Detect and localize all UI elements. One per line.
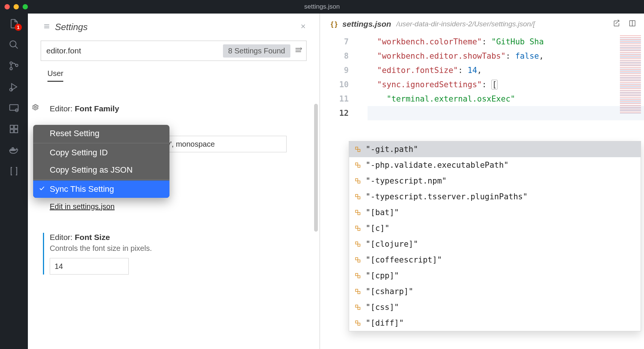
- svg-rect-40: [358, 323, 360, 325]
- activity-search[interactable]: [8, 39, 20, 50]
- setting-gear-button[interactable]: [32, 103, 39, 112]
- svg-rect-20: [358, 165, 360, 167]
- window-close-button[interactable]: [5, 4, 10, 9]
- suggestion-item[interactable]: "-git.path": [349, 141, 641, 157]
- activity-docker[interactable]: [8, 144, 20, 156]
- context-menu-item-label: Sync This Setting: [50, 184, 114, 194]
- svg-rect-10: [14, 125, 18, 129]
- suggestion-item[interactable]: "[bat]": [349, 205, 641, 220]
- enum-icon: [354, 193, 362, 200]
- suggestion-item[interactable]: "-php.validate.executablePath": [349, 157, 641, 173]
- editor-open-to-side-button[interactable]: [612, 19, 621, 29]
- enum-icon: [354, 272, 362, 279]
- setting-title-name: Font Family: [75, 104, 119, 113]
- settings-toc-icon[interactable]: [43, 23, 50, 32]
- edit-in-settings-json-link[interactable]: Edit in settings.json: [50, 202, 114, 211]
- context-menu-sync-this-setting[interactable]: Sync This Setting: [33, 181, 169, 198]
- enum-icon: [354, 162, 362, 168]
- svg-rect-17: [356, 147, 358, 149]
- context-menu-copy-setting-id[interactable]: Copy Setting ID: [33, 144, 169, 161]
- enum-icon: [354, 146, 362, 153]
- enum-icon: [354, 288, 362, 295]
- svg-rect-37: [356, 305, 358, 307]
- context-menu-copy-setting-json[interactable]: Copy Setting as JSON: [33, 161, 169, 180]
- activity-explorer[interactable]: 1: [8, 18, 20, 29]
- svg-point-2: [10, 67, 12, 70]
- enum-icon: [354, 178, 362, 184]
- enum-icon: [354, 320, 362, 326]
- settings-clear-search-button[interactable]: [294, 46, 302, 56]
- svg-rect-21: [356, 179, 358, 181]
- editor-split-button[interactable]: [628, 19, 636, 29]
- extensions-icon: [8, 123, 20, 135]
- suggestion-label: "[css]": [366, 303, 399, 312]
- setting-font-size-input[interactable]: [50, 258, 129, 275]
- settings-title: Settings: [55, 22, 88, 32]
- search-icon: [8, 39, 20, 50]
- editor-minimap[interactable]: [620, 35, 641, 114]
- setting-title-name: Font Size: [75, 233, 110, 241]
- suggestion-item[interactable]: "[diff]": [349, 315, 641, 331]
- enum-icon: [354, 256, 362, 263]
- go-to-file-icon: [612, 19, 621, 27]
- docker-icon: [8, 144, 20, 156]
- suggestion-item[interactable]: "[coffeescript]": [349, 252, 641, 268]
- json-file-icon: { }: [331, 20, 337, 28]
- editor-tab-filename[interactable]: settings.json: [342, 20, 391, 29]
- svg-rect-14: [12, 148, 14, 149]
- suggestion-item[interactable]: "[css]": [349, 299, 641, 315]
- activity-run-debug[interactable]: [8, 81, 20, 93]
- settings-found-badge: 8 Settings Found: [223, 44, 290, 58]
- check-icon: [38, 184, 45, 194]
- svg-rect-24: [358, 197, 360, 199]
- settings-tab-user[interactable]: User: [47, 69, 63, 82]
- window-title: settings.json: [304, 3, 340, 11]
- svg-rect-19: [356, 163, 358, 165]
- bracket-icon: [8, 165, 20, 177]
- suggestion-item[interactable]: "[c]": [349, 220, 641, 236]
- svg-rect-33: [356, 273, 358, 276]
- suggestion-item[interactable]: "[clojure]": [349, 236, 641, 252]
- suggestion-item[interactable]: "[csharp]": [349, 284, 641, 299]
- svg-rect-30: [358, 244, 360, 246]
- svg-rect-8: [10, 129, 14, 133]
- svg-rect-26: [358, 212, 360, 215]
- explorer-badge: 1: [15, 24, 22, 31]
- window-minimize-button[interactable]: [14, 4, 19, 9]
- run-debug-icon: [8, 81, 20, 93]
- window-maximize-button[interactable]: [23, 4, 28, 9]
- suggestion-item[interactable]: "-typescript.npm": [349, 173, 641, 189]
- settings-search-box: 8 Settings Found: [41, 41, 307, 61]
- activity-extensions[interactable]: [8, 123, 20, 135]
- remote-icon: [8, 102, 20, 114]
- svg-point-1: [10, 62, 12, 64]
- editor-group: { } settings.json /user-data-dir-insider…: [320, 14, 644, 349]
- activity-scm[interactable]: [8, 60, 20, 71]
- svg-rect-5: [10, 105, 18, 110]
- settings-search-input[interactable]: [46, 46, 223, 55]
- activity-bar: 1: [0, 14, 28, 349]
- setting-title-prefix: Editor:: [50, 233, 75, 241]
- enum-icon: [354, 241, 362, 247]
- settings-close-button[interactable]: [300, 23, 307, 31]
- suggestion-item[interactable]: "-typescript.tsserver.pluginPaths": [349, 189, 641, 205]
- svg-rect-35: [356, 289, 358, 291]
- suggestion-item[interactable]: "[cpp]": [349, 268, 641, 284]
- setting-font-family-input[interactable]: New', monospace: [155, 136, 287, 152]
- activity-remote[interactable]: [8, 102, 20, 114]
- context-menu-reset-setting[interactable]: Reset Setting: [33, 125, 169, 143]
- enum-icon: [354, 209, 362, 216]
- svg-rect-34: [358, 276, 360, 278]
- svg-rect-23: [356, 194, 358, 197]
- suggestion-label: "-git.path": [366, 145, 418, 154]
- code-editor-area[interactable]: 789101112 "workbench.colorTheme": "GitHu…: [320, 35, 644, 349]
- activity-brackets[interactable]: [8, 165, 20, 177]
- svg-rect-39: [356, 321, 358, 323]
- settings-scrollbar[interactable]: [314, 104, 318, 232]
- suggest-widget: "-git.path""-php.validate.executablePath…: [349, 141, 641, 331]
- editor-tab-path: /user-data-dir-insiders-2/User/settings.…: [397, 20, 535, 28]
- svg-rect-31: [356, 258, 358, 260]
- svg-rect-18: [358, 149, 360, 152]
- window-titlebar: settings.json: [0, 0, 644, 14]
- enum-icon: [354, 225, 362, 232]
